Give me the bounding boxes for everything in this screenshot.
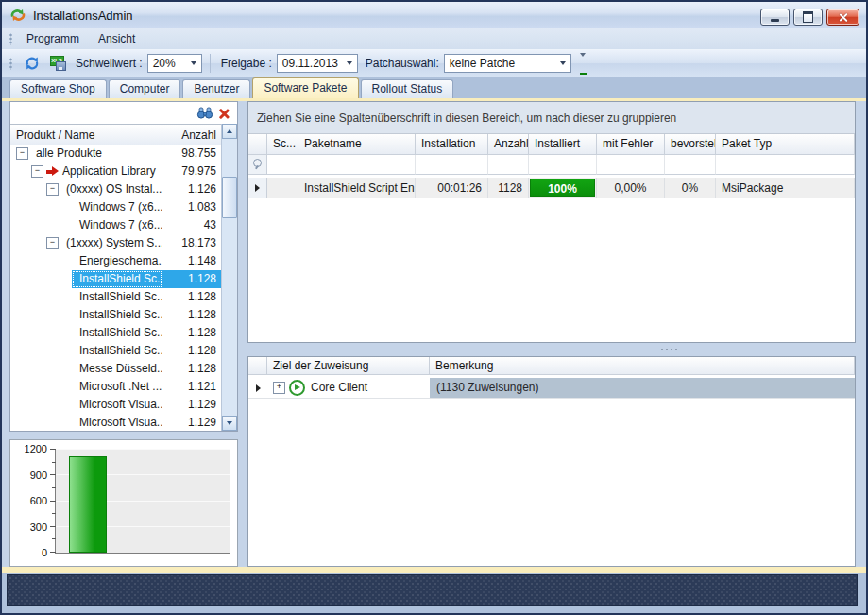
close-icon	[838, 12, 848, 23]
chevron-down-icon[interactable]	[343, 55, 357, 72]
menu-programm[interactable]: Programm	[17, 29, 89, 48]
tree-row[interactable]: InstallShield Sc...1.128	[10, 270, 221, 288]
tree-expander-spacer	[61, 360, 72, 378]
column-header-sc[interactable]: Sc...	[267, 134, 298, 155]
minimize-button[interactable]	[760, 9, 790, 26]
toolbar-grip[interactable]	[9, 58, 12, 70]
column-header-mit-fehler[interactable]: mit Fehler	[597, 134, 665, 155]
clear-search-icon[interactable]	[214, 105, 233, 122]
tree-row-label: Energieschema...	[72, 252, 162, 270]
tree-expander-icon[interactable]: −	[31, 165, 43, 178]
patchauswahl-combobox[interactable]: keine Patche	[444, 54, 571, 73]
column-header-indicator[interactable]	[248, 134, 267, 155]
package-row[interactable]: InstallShield Script En...00:01:26112810…	[248, 178, 855, 198]
tree-row[interactable]: Microsoft Visua...1.129	[10, 414, 221, 431]
freigabe-value: 09.11.2013	[278, 57, 343, 70]
column-header-bemerkung[interactable]: Bemerkung	[430, 357, 855, 375]
tree-expander-icon[interactable]: −	[46, 183, 59, 196]
tree-column-count[interactable]: Anzahl	[162, 128, 221, 142]
filter-cell-mit-fehler[interactable]	[597, 155, 665, 175]
schwellwert-combobox[interactable]: 20%	[147, 54, 202, 73]
tree-row[interactable]: −Application Library79.975	[10, 162, 221, 180]
window-title: InstallationsAdmin	[33, 9, 133, 23]
tab-software-shop[interactable]: Software Shop	[9, 79, 107, 98]
scroll-down-icon[interactable]	[222, 416, 237, 431]
tree-indent	[10, 198, 61, 216]
filter-cell-installation[interactable]	[416, 155, 488, 175]
freigabe-datepicker[interactable]: 09.11.2013	[277, 54, 358, 73]
y-tick-label: 900	[9, 470, 47, 481]
filter-cell-installiert[interactable]	[529, 155, 597, 175]
red-arrow-icon	[46, 166, 59, 177]
column-header-installation[interactable]: Installation	[416, 134, 488, 155]
search-input[interactable]	[14, 104, 196, 123]
column-header-paket-typ[interactable]: Paket Typ	[716, 134, 855, 155]
tree-expander-icon[interactable]: −	[46, 237, 59, 249]
scrollbar-thumb[interactable]	[222, 177, 237, 218]
tree-row[interactable]: InstallShield Sc...1.128	[10, 306, 221, 324]
maximize-button[interactable]	[793, 9, 823, 26]
tree-row[interactable]: −(1xxxx) System S...18.173	[10, 234, 221, 252]
tab-rollout-status[interactable]: Rollout Status	[361, 79, 454, 98]
tree-indent	[10, 306, 61, 324]
tab-software-pakete[interactable]: Software Pakete	[252, 77, 358, 98]
tree-row-count: 1.128	[162, 306, 221, 324]
toolbar-overflow-button[interactable]	[580, 57, 588, 70]
tree-indent	[10, 270, 61, 288]
tree-row[interactable]: Windows 7 (x6...43	[10, 216, 221, 234]
refresh-icon[interactable]	[22, 53, 43, 74]
toolbar-separator	[210, 54, 211, 73]
installation-chart: 03006009001200	[9, 439, 238, 567]
column-header-bevorsteh[interactable]: bevorsteh...	[665, 134, 716, 155]
cell-paketname: InstallShield Script En...	[298, 178, 416, 198]
tab-benutzer[interactable]: Benutzer	[182, 79, 250, 98]
tree-row[interactable]: InstallShield Sc...1.128	[10, 342, 221, 360]
tree-row-count: 1.083	[162, 198, 221, 216]
tree-expander-spacer	[61, 306, 72, 324]
vertical-splitter[interactable]	[238, 101, 247, 567]
tree-row[interactable]: Energieschema...1.148	[10, 252, 221, 270]
tree-row-label: Microsoft Visua...	[72, 414, 162, 431]
filter-cell-indicator[interactable]	[248, 155, 267, 175]
tree-expander-icon[interactable]: −	[16, 147, 28, 160]
column-header-indicator[interactable]	[248, 357, 267, 375]
tree-row[interactable]: −alle Produkte98.755	[10, 145, 221, 162]
close-button[interactable]	[826, 9, 859, 26]
group-by-panel[interactable]: Ziehen Sie eine Spaltenüberschrift in di…	[248, 102, 855, 134]
column-header-installiert[interactable]: Installiert	[529, 134, 597, 155]
tree-row[interactable]: InstallShield Sc...1.128	[10, 324, 221, 342]
horizontal-splitter[interactable]	[493, 343, 845, 356]
tree-row[interactable]: Messe Düsseld...1.128	[10, 360, 221, 378]
column-header-anzahl[interactable]: Anzahl	[488, 134, 529, 155]
tab-computer[interactable]: Computer	[109, 79, 181, 98]
gridline	[56, 449, 230, 450]
chevron-down-icon[interactable]	[187, 55, 201, 72]
menu-ansicht[interactable]: Ansicht	[89, 29, 145, 48]
assignment-row[interactable]: +Core Client(1130 Zuweisungen)	[248, 378, 855, 399]
tree-expander-spacer	[61, 396, 72, 414]
column-header-ziel-der-zuweisung[interactable]: Ziel der Zuweisung	[267, 357, 430, 375]
menu-grip[interactable]	[9, 33, 12, 45]
chart-bar	[69, 456, 107, 553]
tree-row[interactable]: Windows 7 (x6...1.083	[10, 198, 221, 216]
tree-row[interactable]: InstallShield Sc...1.128	[10, 288, 221, 306]
export-xls-icon[interactable]: XLS	[47, 53, 68, 74]
scroll-up-icon[interactable]	[222, 124, 237, 139]
expand-icon[interactable]: +	[273, 382, 285, 394]
filter-cell-bevorsteh[interactable]	[665, 155, 716, 175]
tree-row[interactable]: −(0xxxx) OS Instal...1.126	[10, 180, 221, 198]
filter-cell-sc[interactable]	[267, 155, 298, 175]
tree-column-name[interactable]: Produkt / Name	[10, 126, 162, 145]
filter-cell-anzahl[interactable]	[488, 155, 529, 175]
filter-cell-paket-typ[interactable]	[716, 155, 855, 175]
tree-scrollbar[interactable]	[221, 124, 237, 431]
tree-row[interactable]: Microsoft .Net ...1.121	[10, 378, 221, 396]
find-icon[interactable]	[196, 105, 214, 122]
chevron-down-icon[interactable]	[556, 55, 570, 72]
tree-row[interactable]: Microsoft Visua...1.129	[10, 396, 221, 414]
tree-expander-spacer	[61, 288, 72, 306]
filter-cell-paketname[interactable]	[298, 155, 416, 175]
tree-row-count: 79.975	[162, 162, 221, 180]
column-header-paketname[interactable]: Paketname	[298, 134, 416, 155]
tree-expander-spacer	[61, 324, 72, 342]
